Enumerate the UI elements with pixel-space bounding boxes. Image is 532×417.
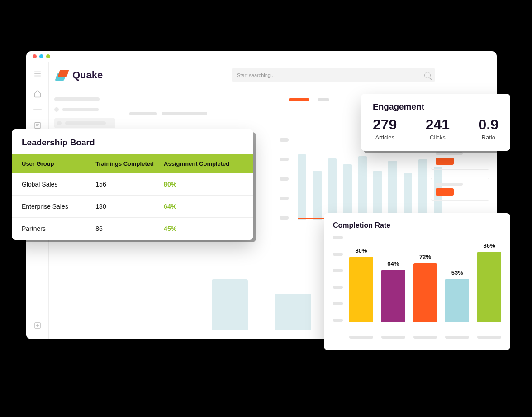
completion-xaxis <box>333 336 501 339</box>
cell-group: Partners <box>22 225 95 232</box>
engagement-metric: 241 Clicks <box>426 116 450 141</box>
cell-assignment: 64% <box>164 203 243 210</box>
completion-bar[interactable]: 64% <box>381 260 405 322</box>
bar-label: 72% <box>419 254 431 260</box>
completion-yaxis <box>333 231 349 336</box>
col-header: Trainings Completed <box>95 160 164 167</box>
engagement-card: Engagement 279 Articles 241 Clicks 0.9 R… <box>361 94 510 151</box>
window-close-dot[interactable] <box>33 54 37 58</box>
menu-icon[interactable] <box>33 69 42 78</box>
completion-bar[interactable]: 72% <box>413 254 437 322</box>
table-row[interactable]: Enterprise Sales 130 64% <box>12 196 253 218</box>
table-header: User Group Trainings Completed Assignmen… <box>12 154 253 173</box>
search-input[interactable]: Start searching... <box>232 68 435 82</box>
bar-rect <box>381 270 405 322</box>
search-icon <box>424 72 431 78</box>
completion-card: Completion Rate 80%64%72%53%86% <box>324 213 510 350</box>
table-row[interactable]: Global Sales 156 80% <box>12 173 253 196</box>
cell-assignment: 80% <box>164 181 243 188</box>
metric-label: Clicks <box>426 134 450 141</box>
completion-bars: 80%64%72%53%86% <box>349 231 501 336</box>
app-name: Quake <box>72 69 103 81</box>
leadership-title: Leadership Board <box>12 138 253 154</box>
cell-group: Enterprise Sales <box>22 203 95 210</box>
metric-value: 241 <box>426 116 450 133</box>
export-icon[interactable] <box>33 321 42 330</box>
bar-label: 53% <box>451 269 463 276</box>
bar-rect <box>413 263 437 322</box>
table-row[interactable]: Partners 86 45% <box>12 218 253 240</box>
metric-label: Articles <box>373 134 397 141</box>
cell-trainings: 86 <box>95 225 164 232</box>
note-icon[interactable] <box>33 121 42 130</box>
engagement-metric: 0.9 Ratio <box>479 116 499 141</box>
home-icon[interactable] <box>33 89 42 98</box>
cell-trainings: 156 <box>95 181 164 188</box>
metric-value: 279 <box>373 116 397 133</box>
col-header: Assignment Completed <box>164 160 243 167</box>
topbar: Quake Start searching... <box>49 62 497 88</box>
bar-label: 64% <box>387 260 399 267</box>
side-mini-cards <box>431 147 489 201</box>
mini-card[interactable] <box>431 178 489 201</box>
metric-value: 0.9 <box>479 116 499 133</box>
completion-bar[interactable]: 80% <box>349 247 373 322</box>
completion-title: Completion Rate <box>333 221 501 230</box>
bar-rect <box>477 252 501 322</box>
bar-rect <box>445 279 469 322</box>
sidebar-divider <box>33 109 42 110</box>
window-titlebar <box>26 51 497 62</box>
completion-bar[interactable]: 53% <box>445 269 469 322</box>
bar-label: 86% <box>484 242 495 249</box>
search-placeholder: Start searching... <box>237 72 275 78</box>
col-header: User Group <box>22 160 95 167</box>
cell-assignment: 45% <box>164 225 243 232</box>
engagement-metric: 279 Articles <box>373 116 397 141</box>
tab-active[interactable] <box>289 98 309 101</box>
app-logo[interactable]: Quake <box>56 69 103 81</box>
metric-label: Ratio <box>479 134 499 141</box>
window-maximize-dot[interactable] <box>46 54 50 58</box>
cell-group: Global Sales <box>22 181 95 188</box>
logo-mark-icon <box>56 70 69 81</box>
bar-rect <box>349 257 373 322</box>
completion-bar[interactable]: 86% <box>477 242 501 322</box>
engagement-title: Engagement <box>373 102 499 112</box>
cell-trainings: 130 <box>95 203 164 210</box>
tab-item[interactable] <box>318 98 329 101</box>
window-minimize-dot[interactable] <box>39 54 43 58</box>
leadership-card: Leadership Board User Group Trainings Co… <box>12 129 253 240</box>
bar-label: 80% <box>355 247 367 254</box>
